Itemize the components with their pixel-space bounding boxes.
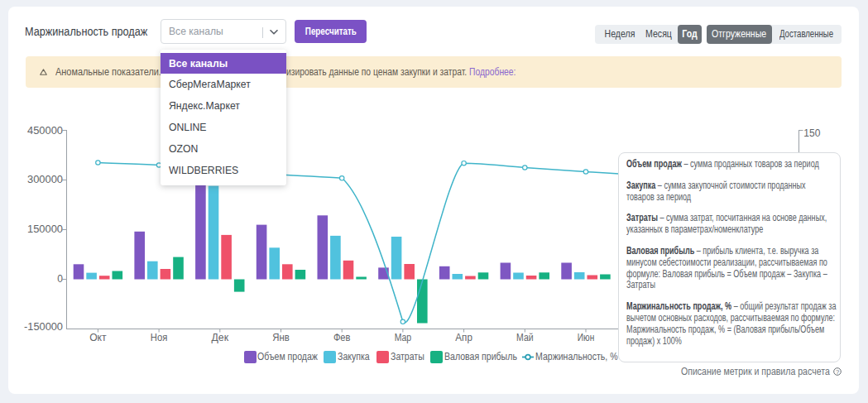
- svg-text:300000: 300000: [27, 174, 63, 185]
- svg-text:150: 150: [803, 127, 820, 139]
- svg-text:Апр: Апр: [455, 332, 472, 343]
- svg-text:-150000: -150000: [24, 321, 63, 333]
- svg-text:Окт: Окт: [89, 332, 107, 343]
- svg-text:Ноя: Ноя: [151, 332, 168, 343]
- svg-text:150000: 150000: [27, 223, 63, 235]
- svg-text:Июн: Июн: [578, 332, 595, 343]
- svg-text:Май: Май: [516, 332, 534, 343]
- svg-text:?: ?: [836, 367, 839, 375]
- svg-text:Мар: Мар: [395, 332, 412, 343]
- svg-text:450000: 450000: [27, 125, 63, 137]
- svg-text:Янв: Янв: [272, 332, 290, 343]
- svg-text:Дек: Дек: [212, 332, 229, 343]
- svg-text:Фев: Фев: [333, 332, 351, 343]
- svg-text:0: 0: [57, 273, 63, 285]
